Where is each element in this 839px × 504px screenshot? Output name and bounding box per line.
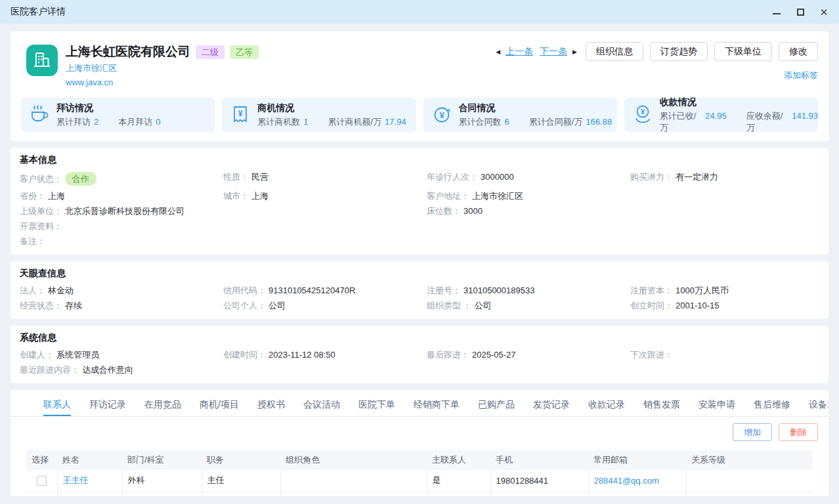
section-title: 天眼查信息 [20, 268, 819, 280]
customer-header-card: 上海长虹医院有限公司 二级 乙等 上海市徐汇区 www.java.cn ◀ 上一… [11, 32, 828, 141]
operating-status-field: 经营状态：存续 [20, 301, 223, 310]
credit-code-field: 信用代码：91310105425120470R [223, 285, 427, 295]
tab-contacts[interactable]: 联系人 [43, 394, 71, 416]
tab-dealer-orders[interactable]: 经销商下单 [414, 394, 460, 416]
stat-label: 累计拜访 [56, 116, 91, 128]
tab-hospital-orders[interactable]: 医院下单 [358, 394, 395, 416]
stat-cards-row: 拜访情况 累计拜访 2 本月拜访 0 ¥ [21, 98, 818, 132]
status-badge: 合作 [65, 172, 97, 186]
stat-value: 166.88 [586, 117, 612, 127]
recent-follow-content-field: 最近跟进内容：达成合作意向 [20, 365, 819, 375]
contact-email-link[interactable]: 288441@qq.com [594, 476, 659, 486]
city-field: 城市：上海 [223, 191, 427, 201]
created-time-field: 创建时间：2023-11-12 08:50 [223, 350, 427, 360]
stat-label: 累计已收/万 [660, 110, 702, 134]
province-field: 省份：上海 [20, 191, 223, 201]
edit-button[interactable]: 修改 [779, 42, 818, 61]
nature-field: 性质：民营 [223, 172, 427, 186]
close-icon[interactable]: ✕ [819, 7, 828, 16]
tab-competing-products[interactable]: 在用竞品 [144, 394, 181, 416]
creator-field: 创建人：系统管理员 [20, 350, 223, 360]
table-header-row: 选择 姓名 部门/科室 职务 组织角色 主联系人 手机 常用邮箱 关系等级 [26, 450, 813, 470]
stat-value: 24.95 [705, 111, 727, 121]
contact-name-link[interactable]: 王主任 [63, 475, 89, 485]
stat-label: 应收余额/万 [746, 110, 788, 134]
customer-detail-page: 上海长虹医院有限公司 二级 乙等 上海市徐汇区 www.java.cn ◀ 上一… [0, 24, 839, 504]
invoice-info-field: 开票资料： [20, 221, 819, 231]
reg-number-field: 注册号：310105000189533 [427, 285, 630, 295]
row-checkbox[interactable] [37, 476, 47, 486]
contract-stat-card: ¥ 合同情况 累计合同数 6 累计合同额/万 166.88 [423, 98, 617, 132]
tab-authorizations[interactable]: 授权书 [257, 394, 285, 416]
add-contact-button[interactable]: 增加 [733, 423, 772, 441]
org-type-field: 组织类型 ：公司 [427, 301, 630, 310]
col-name: 姓名 [57, 450, 122, 470]
hospital-level-badge: 乙等 [230, 45, 259, 59]
tab-opportunities[interactable]: 商机/项目 [200, 394, 239, 416]
contract-yuan-icon: ¥ [432, 104, 452, 126]
website-link[interactable]: www.java.cn [66, 76, 259, 89]
system-info-section: 系统信息 创建人：系统管理员 创建时间：2023-11-12 08:50 最后跟… [11, 326, 828, 383]
stat-title: 商机情况 [257, 102, 406, 114]
stat-value: 0 [156, 117, 160, 127]
teacup-icon [30, 104, 49, 126]
tab-visit-records[interactable]: 拜访记录 [89, 394, 126, 416]
table-toolbar: 增加 删除 [11, 417, 828, 447]
registered-capital-field: 注册资本：1000万人民币 [630, 285, 819, 295]
prev-record-link[interactable]: 上一条 [506, 46, 533, 58]
stat-value: 141.93 [792, 111, 818, 121]
annual-visits-field: 年诊疗人次：3000000 [427, 172, 630, 186]
stat-title: 拜访情况 [56, 102, 160, 114]
minimize-icon[interactable] [772, 7, 781, 16]
order-trend-button[interactable]: 订货趋势 [650, 42, 708, 61]
stat-label: 累计商机额/万 [328, 116, 381, 128]
tab-shipping-records[interactable]: 发货记录 [533, 394, 570, 416]
last-follow-field: 最后跟进：2025-05-27 [427, 350, 630, 360]
tab-payment-records[interactable]: 收款记录 [588, 394, 625, 416]
table-row: 林金东 院长 项目负责人 是 19282928172 认识 [26, 492, 813, 496]
maximize-icon[interactable] [796, 7, 805, 16]
col-phone: 手机 [490, 450, 588, 470]
stat-title: 收款情况 [660, 96, 818, 108]
founded-date-field: 创立时间：2001-10-15 [630, 301, 819, 310]
next-record-link[interactable]: 下一条 [540, 46, 567, 58]
remark-field: 备注： [20, 236, 819, 246]
opportunity-stat-card: ¥ 商机情况 累计商机数 1 累计商机额/万 17.94 [222, 98, 416, 132]
stat-label: 累计合同数 [459, 116, 502, 128]
tab-device-inspection[interactable]: 设备巡检 [809, 394, 828, 416]
svg-text:¥: ¥ [641, 108, 645, 116]
legal-person-field: 法人：林金动 [20, 285, 223, 295]
svg-text:¥: ¥ [238, 109, 243, 118]
window-titlebar: 医院客户详情 ✕ [0, 0, 839, 24]
tab-meetings[interactable]: 会议活动 [303, 394, 340, 416]
receipt-yuan-icon: ¥ [230, 104, 250, 126]
delete-contact-button[interactable]: 删除 [779, 423, 818, 441]
entity-type-field: 公司个人：公司 [223, 301, 427, 310]
add-tag-link[interactable]: 添加标签 [784, 70, 818, 81]
tab-purchased-products[interactable]: 已购产品 [478, 394, 515, 416]
org-info-button[interactable]: 组织信息 [586, 42, 643, 61]
purchase-potential-field: 购买潜力：有一定潜力 [630, 172, 819, 186]
collect-yuan-icon: ¥ [633, 104, 653, 126]
tianyancha-info-section: 天眼查信息 法人：林金动 信用代码：91310105425120470R 注册号… [11, 261, 828, 319]
col-department: 部门/科室 [122, 450, 202, 470]
next-follow-field: 下次跟进： [630, 350, 819, 360]
contacts-table: 选择 姓名 部门/科室 职务 组织角色 主联系人 手机 常用邮箱 关系等级 王主… [26, 450, 813, 496]
stat-title: 合同情况 [459, 102, 613, 114]
sub-units-button[interactable]: 下级单位 [714, 42, 772, 61]
next-arrow-icon[interactable]: ▶ [570, 49, 579, 55]
tabs-bar: 联系人 拜访记录 在用竞品 商机/项目 授权书 会议活动 医院下单 经销商下单 … [11, 394, 828, 417]
window-title: 医院客户详情 [11, 6, 66, 18]
tab-install-requests[interactable]: 安装申请 [699, 394, 735, 416]
tab-after-sales[interactable]: 售后维修 [754, 394, 790, 416]
stat-label: 本月拜访 [118, 116, 152, 128]
basic-info-section: 基本信息 客户状态：合作 性质：民营 年诊疗人次：3000000 购买潜力：有一… [11, 148, 828, 255]
address-field: 客户地址：上海市徐汇区 [427, 191, 819, 201]
hospital-building-icon [26, 45, 58, 76]
tab-sales-invoices[interactable]: 销售发票 [643, 394, 680, 416]
region-link[interactable]: 上海市徐汇区 [66, 62, 259, 75]
stat-value: 1 [303, 117, 308, 127]
visit-stat-card: 拜访情况 累计拜访 2 本月拜访 0 [21, 98, 215, 132]
related-data-section: 联系人 拜访记录 在用竞品 商机/项目 授权书 会议活动 医院下单 经销商下单 … [11, 390, 828, 496]
prev-arrow-icon[interactable]: ◀ [494, 49, 502, 55]
